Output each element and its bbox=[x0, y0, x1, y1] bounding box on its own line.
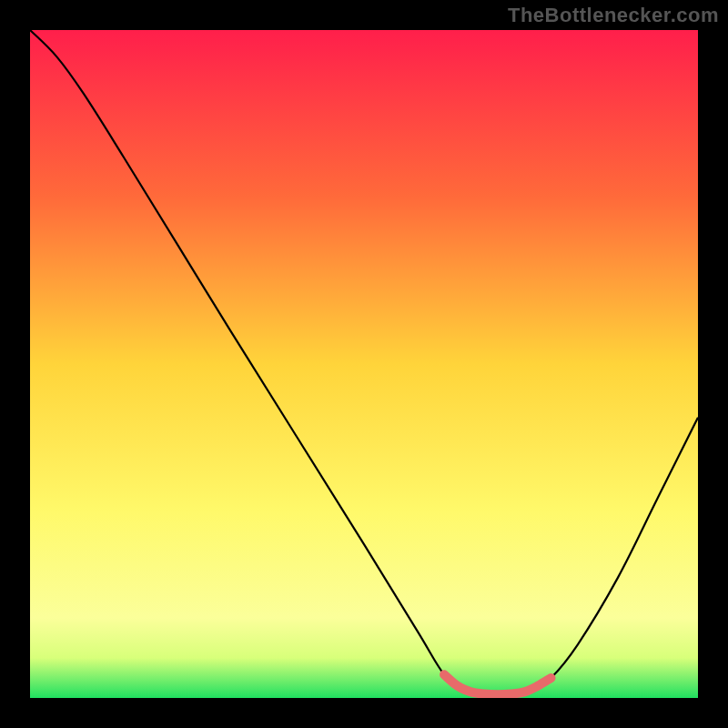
plot-background-gradient bbox=[30, 30, 698, 698]
chart-frame: TheBottlenecker.com bbox=[0, 0, 728, 728]
attribution-watermark: TheBottlenecker.com bbox=[508, 4, 719, 27]
bottleneck-gradient-chart bbox=[0, 0, 728, 728]
